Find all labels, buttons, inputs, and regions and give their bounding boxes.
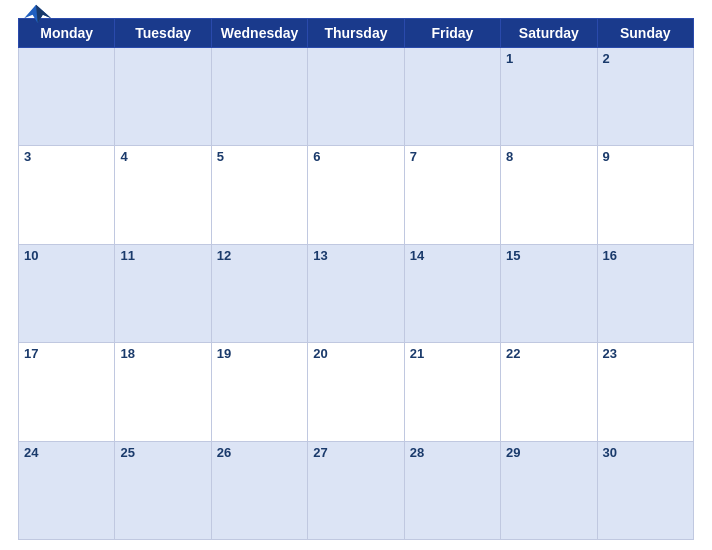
calendar-cell: 18 (115, 343, 211, 441)
weekday-tuesday: Tuesday (115, 19, 211, 48)
day-number: 18 (120, 346, 134, 361)
calendar-cell: 29 (501, 441, 597, 539)
calendar-table: MondayTuesdayWednesdayThursdayFridaySatu… (18, 18, 694, 540)
weekday-wednesday: Wednesday (211, 19, 307, 48)
calendar-cell: 21 (404, 343, 500, 441)
calendar-cell (404, 48, 500, 146)
day-number: 7 (410, 149, 417, 164)
calendar-cell: 20 (308, 343, 404, 441)
logo-bird-icon (18, 3, 54, 25)
calendar-cell: 7 (404, 146, 500, 244)
calendar-cell: 10 (19, 244, 115, 342)
calendar-cell: 28 (404, 441, 500, 539)
day-number: 3 (24, 149, 31, 164)
calendar-cell: 16 (597, 244, 693, 342)
calendar-cell: 15 (501, 244, 597, 342)
calendar-cell: 6 (308, 146, 404, 244)
day-number: 29 (506, 445, 520, 460)
day-number: 12 (217, 248, 231, 263)
weekday-header-row: MondayTuesdayWednesdayThursdayFridaySatu… (19, 19, 694, 48)
day-number: 19 (217, 346, 231, 361)
calendar-week-row: 3456789 (19, 146, 694, 244)
calendar-cell: 2 (597, 48, 693, 146)
day-number: 10 (24, 248, 38, 263)
day-number: 16 (603, 248, 617, 263)
calendar-week-row: 10111213141516 (19, 244, 694, 342)
svg-marker-1 (36, 5, 51, 24)
day-number: 23 (603, 346, 617, 361)
calendar-cell (19, 48, 115, 146)
calendar-cell (211, 48, 307, 146)
calendar-cell: 4 (115, 146, 211, 244)
day-number: 8 (506, 149, 513, 164)
day-number: 9 (603, 149, 610, 164)
calendar-cell: 13 (308, 244, 404, 342)
day-number: 21 (410, 346, 424, 361)
day-number: 25 (120, 445, 134, 460)
day-number: 27 (313, 445, 327, 460)
calendar-week-row: 24252627282930 (19, 441, 694, 539)
calendar-cell: 24 (19, 441, 115, 539)
calendar-cell: 22 (501, 343, 597, 441)
calendar-cell: 14 (404, 244, 500, 342)
weekday-thursday: Thursday (308, 19, 404, 48)
calendar-cell: 27 (308, 441, 404, 539)
day-number: 28 (410, 445, 424, 460)
calendar-cell: 11 (115, 244, 211, 342)
day-number: 4 (120, 149, 127, 164)
day-number: 2 (603, 51, 610, 66)
weekday-friday: Friday (404, 19, 500, 48)
day-number: 6 (313, 149, 320, 164)
day-number: 22 (506, 346, 520, 361)
calendar-cell (115, 48, 211, 146)
day-number: 24 (24, 445, 38, 460)
calendar-cell: 3 (19, 146, 115, 244)
calendar-cell: 26 (211, 441, 307, 539)
day-number: 14 (410, 248, 424, 263)
day-number: 20 (313, 346, 327, 361)
calendar-cell: 1 (501, 48, 597, 146)
calendar-cell: 5 (211, 146, 307, 244)
calendar-cell: 12 (211, 244, 307, 342)
weekday-saturday: Saturday (501, 19, 597, 48)
weekday-sunday: Sunday (597, 19, 693, 48)
calendar-week-row: 17181920212223 (19, 343, 694, 441)
logo (18, 3, 54, 25)
day-number: 26 (217, 445, 231, 460)
day-number: 1 (506, 51, 513, 66)
calendar-cell (308, 48, 404, 146)
calendar-cell: 25 (115, 441, 211, 539)
calendar-cell: 23 (597, 343, 693, 441)
day-number: 13 (313, 248, 327, 263)
day-number: 5 (217, 149, 224, 164)
day-number: 15 (506, 248, 520, 263)
calendar-cell: 30 (597, 441, 693, 539)
day-number: 17 (24, 346, 38, 361)
calendar-cell: 17 (19, 343, 115, 441)
day-number: 11 (120, 248, 134, 263)
calendar-week-row: 12 (19, 48, 694, 146)
calendar-cell: 8 (501, 146, 597, 244)
calendar-cell: 19 (211, 343, 307, 441)
day-number: 30 (603, 445, 617, 460)
calendar-cell: 9 (597, 146, 693, 244)
